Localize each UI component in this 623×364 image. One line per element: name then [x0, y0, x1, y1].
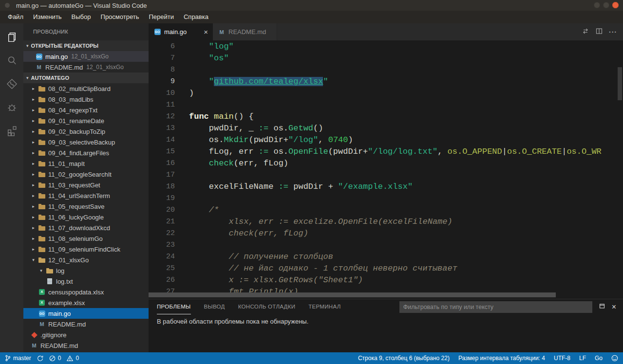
- close-panel-icon[interactable]: ×: [612, 303, 616, 311]
- code-line[interactable]: 18 excelFileName := pwdDir + "/example.x…: [149, 181, 623, 193]
- vertical-scrollbar[interactable]: [618, 67, 622, 100]
- code-line[interactable]: 23: [149, 239, 623, 251]
- code-line[interactable]: 12func main() {: [149, 111, 623, 123]
- line-number[interactable]: 15: [149, 146, 175, 158]
- menu-go[interactable]: Перейти: [144, 11, 179, 23]
- section-workspace-root[interactable]: AUTOMATEGO: [23, 73, 149, 83]
- folder-log[interactable]: ▾log: [23, 265, 149, 276]
- folder-11-02-googlesearchit[interactable]: ▸11_02_googleSearchIt: [23, 169, 149, 180]
- file-readme-md[interactable]: README.md: [23, 340, 149, 351]
- line-number[interactable]: 22: [149, 228, 175, 239]
- status-language-mode[interactable]: Go: [595, 355, 603, 362]
- menu-help[interactable]: Справка: [179, 11, 213, 23]
- panel-tab-debug-console[interactable]: КОНСОЛЬ ОТЛАДКИ: [238, 299, 296, 314]
- status-errors[interactable]: 0: [49, 355, 61, 362]
- line-number[interactable]: 13: [149, 123, 175, 134]
- folder-11-04-urlsearchterm[interactable]: ▸11_04_urlSearchTerm: [23, 190, 149, 201]
- section-open-editors[interactable]: ОТКРЫТЫЕ РЕДАКТОРЫ: [23, 40, 149, 51]
- folder-11-09-seleniumfindclick[interactable]: ▸11_09_seleniumFindClick: [23, 244, 149, 255]
- line-number[interactable]: 6: [149, 41, 175, 53]
- horizontal-scrollbar[interactable]: [149, 292, 556, 297]
- tab-main-go[interactable]: main.go×: [149, 23, 213, 40]
- line-number[interactable]: 9: [149, 76, 175, 88]
- folder-08-02-multiclipboard[interactable]: ▸08_02_multiClipBoard: [23, 83, 149, 94]
- code-line[interactable]: 15 fLog, err := os.OpenFile(pwdDir+"/log…: [149, 146, 623, 158]
- code-editor[interactable]: 6 "log"7 "os"89 "github.com/tealeg/xlsx"…: [149, 40, 623, 299]
- code-line[interactable]: 7 "os": [149, 53, 623, 64]
- file-example-xlsx[interactable]: example.xlsx: [23, 297, 149, 308]
- folder-11-03-requestget[interactable]: ▸11_03_requestGet: [23, 180, 149, 190]
- open-editor-readme-md[interactable]: README.md12_01_xlsxGo: [23, 62, 149, 73]
- line-number[interactable]: 20: [149, 204, 175, 216]
- split-editor-icon[interactable]: [595, 27, 603, 37]
- more-actions-icon[interactable]: ···: [609, 28, 617, 36]
- problems-filter-input[interactable]: [399, 301, 592, 313]
- code-line[interactable]: 24 // получение столбцов: [149, 251, 623, 263]
- line-number[interactable]: 19: [149, 193, 175, 204]
- folder-11-05-requestsave[interactable]: ▸11_05_requestSave: [23, 201, 149, 212]
- file-gitignore[interactable]: .gitignore: [23, 329, 149, 340]
- code-line[interactable]: 25 // не йас однако - 1 столбец неверно …: [149, 263, 623, 274]
- code-line[interactable]: 10): [149, 88, 623, 99]
- line-number[interactable]: 25: [149, 263, 175, 274]
- line-number[interactable]: 23: [149, 239, 175, 251]
- folder-11-06-luckygoogle[interactable]: ▸11_06_luckyGoogle: [23, 212, 149, 222]
- folder-12-01-xlsxgo[interactable]: ▾12_01_xlsxGo: [23, 255, 149, 265]
- code-line[interactable]: 14 os.Mkdir(pwdDir+"/log", 0740): [149, 134, 623, 146]
- activity-debug[interactable]: [0, 95, 23, 119]
- line-number[interactable]: 11: [149, 99, 175, 111]
- panel-tab-output[interactable]: ВЫВОД: [204, 299, 225, 314]
- code-line[interactable]: 22 check(err, fLog): [149, 228, 623, 239]
- line-number[interactable]: 24: [149, 251, 175, 263]
- activity-extensions[interactable]: [0, 119, 23, 142]
- status-eol[interactable]: LF: [579, 355, 586, 362]
- close-icon[interactable]: ×: [204, 28, 208, 36]
- code-line[interactable]: 17: [149, 169, 623, 181]
- status-indentation[interactable]: Размер интервала табуляции: 4: [458, 355, 545, 362]
- folder-11-08-seleniumgo[interactable]: ▸11_08_seleniumGo: [23, 233, 149, 244]
- status-encoding[interactable]: UTF-8: [554, 355, 570, 362]
- activity-search[interactable]: [0, 49, 23, 72]
- menu-selection[interactable]: Выбор: [67, 11, 96, 23]
- menu-edit[interactable]: Изменить: [28, 11, 67, 23]
- status-git-branch[interactable]: master: [5, 355, 31, 362]
- code-line[interactable]: 21 xlsx, err := excelize.OpenFile(excelF…: [149, 216, 623, 228]
- maximize-button[interactable]: [603, 2, 609, 8]
- panel-tab-terminal[interactable]: ТЕРМИНАЛ: [308, 299, 340, 314]
- line-number[interactable]: 10: [149, 88, 175, 99]
- file-main-go[interactable]: main.go: [23, 308, 149, 319]
- open-changes-icon[interactable]: [582, 27, 589, 37]
- file-log-txt[interactable]: log.txt: [23, 276, 149, 287]
- folder-09-03-selectivebackup[interactable]: ▸09_03_selectiveBackup: [23, 137, 149, 147]
- close-button[interactable]: [612, 2, 619, 8]
- line-number[interactable]: 7: [149, 53, 175, 64]
- minimize-button[interactable]: [594, 2, 600, 8]
- status-warnings[interactable]: 0: [67, 355, 79, 362]
- status-cursor-position[interactable]: Строка 9, столбец 6 (выбрано 22): [358, 355, 450, 362]
- folder-09-02-backuptozip[interactable]: ▸09_02_backupToZip: [23, 126, 149, 137]
- code-line[interactable]: 26 x := xlsx.GetRows("Sheet1"): [149, 274, 623, 286]
- folder-09-04-findlargefiles[interactable]: ▸09_04_findLargeFiles: [23, 147, 149, 158]
- file-censuspopdata-xlsx[interactable]: censuspopdata.xlsx: [23, 287, 149, 297]
- panel-tab-problems[interactable]: ПРОБЛЕМЫ: [157, 299, 191, 314]
- code-line[interactable]: 6 "log": [149, 41, 623, 53]
- code-line[interactable]: 8: [149, 64, 623, 76]
- line-number[interactable]: 8: [149, 64, 175, 76]
- menu-file[interactable]: Файл: [3, 11, 28, 23]
- code-line[interactable]: 9 "github.com/tealeg/xlsx": [149, 76, 623, 88]
- activity-source-control[interactable]: [0, 72, 23, 95]
- code-line[interactable]: 19: [149, 193, 623, 204]
- tab-readme-md[interactable]: README.md×: [213, 23, 277, 40]
- maximize-panel-icon[interactable]: [599, 303, 605, 311]
- line-number[interactable]: 16: [149, 158, 175, 169]
- line-number[interactable]: 12: [149, 111, 175, 123]
- menu-view[interactable]: Просмотреть: [96, 11, 144, 23]
- code-line[interactable]: 16 check(err, fLog): [149, 158, 623, 169]
- code-line[interactable]: 20 /*: [149, 204, 623, 216]
- line-number[interactable]: 14: [149, 134, 175, 146]
- folder-08-03-madlibs[interactable]: ▸08_03_madLibs: [23, 94, 149, 105]
- folder-11-07-downloadxkcd[interactable]: ▸11_07_downloadXkcd: [23, 222, 149, 233]
- line-number[interactable]: 21: [149, 216, 175, 228]
- code-line[interactable]: 13 pwdDir, _ := os.Getwd(): [149, 123, 623, 134]
- folder-11-01-mapit[interactable]: ▸11_01_mapIt: [23, 158, 149, 169]
